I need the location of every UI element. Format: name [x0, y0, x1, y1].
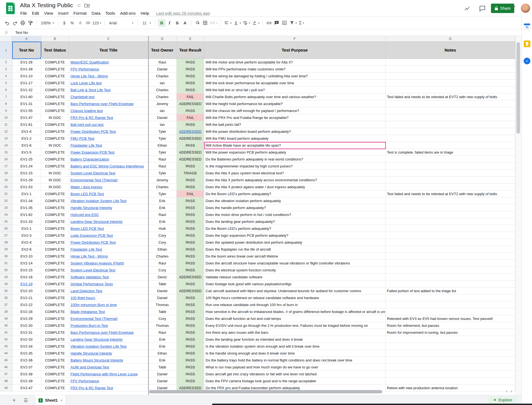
cell-test-result[interactable]: PASS	[177, 371, 204, 378]
test-title-link[interactable]: Flopdapter Life Test	[70, 247, 102, 251]
cell-test-owner[interactable]: Raul	[148, 329, 177, 336]
cell-notes[interactable]	[386, 336, 515, 343]
cell-test-no[interactable]: EV2-28	[12, 308, 41, 315]
cell-test-title[interactable]: Battery Mount Structural Integrity	[69, 357, 148, 364]
cell-test-result[interactable]: PASS	[177, 378, 204, 384]
cell-test-title[interactable]: FRX Pro & RC Range Test	[69, 114, 148, 121]
cell-test-result[interactable]: PASS	[177, 121, 204, 128]
undo-button[interactable]	[3, 19, 11, 27]
text-wrap-button[interactable]: ▾	[242, 19, 251, 27]
cell-notes[interactable]: Retest with new production antenna locat…	[386, 384, 515, 391]
cell-test-status[interactable]: COMPLETE	[41, 73, 69, 80]
cell-test-no[interactable]: EV2-29	[12, 315, 41, 322]
cell-notes[interactable]	[386, 135, 515, 142]
cell-notes[interactable]	[386, 364, 515, 371]
cell-test-no[interactable]: EV1-26	[12, 59, 41, 66]
cell-test-no[interactable]: EV1-53	[12, 184, 41, 190]
test-title-link[interactable]: 100hr minumum Burn in time	[70, 303, 117, 307]
cell-test-no[interactable]: EV2-38	[12, 371, 41, 378]
cell-notes[interactable]	[386, 253, 515, 260]
cell-test-owner[interactable]: Ian	[148, 107, 177, 114]
row-number-1[interactable]: 1	[0, 42, 12, 59]
test-result-link[interactable]: ADDRESSED	[179, 129, 202, 134]
cell-test-owner[interactable]: Cory	[148, 267, 177, 274]
cell-test-title[interactable]: Charliebolt test	[69, 93, 148, 100]
test-title-link[interactable]: Hinge Life Test - Wiring	[70, 74, 108, 78]
cell-notes[interactable]	[386, 211, 515, 218]
insert-comment-button[interactable]	[273, 19, 281, 27]
cell-test-purpose[interactable]: Every EV/DV unit must go through the 2 h…	[204, 322, 386, 329]
cell-test-no[interactable]: EV1-32	[12, 86, 41, 93]
tasks-icon[interactable]: ✓	[524, 58, 530, 64]
cell-test-purpose[interactable]: 100 flight hours combined on release can…	[204, 294, 386, 301]
cell-notes[interactable]	[386, 142, 515, 149]
test-title-link[interactable]: FRX Pro & RC Range Test	[70, 386, 113, 390]
cell-test-purpose[interactable]: Will the ball joints fail?	[204, 121, 386, 128]
row-number-48[interactable]: 48	[0, 378, 12, 384]
cell-notes[interactable]	[386, 260, 515, 267]
cell-test-result[interactable]: PASS	[177, 107, 204, 114]
cell-test-status[interactable]: COMPLETE	[41, 378, 69, 384]
cell-test-no[interactable]: EV2-10	[12, 253, 41, 260]
cell-test-owner[interactable]: Ethan	[148, 142, 177, 149]
cell-test-result[interactable]: PASS	[177, 357, 204, 364]
cell-test-title[interactable]: Landing Gear Structural Integrity	[69, 336, 148, 343]
test-title-link[interactable]: Charliebolt test	[70, 95, 95, 99]
row-number-49[interactable]: 49	[0, 384, 12, 391]
test-title-link[interactable]: Ball Link & Strut Life Test	[70, 88, 110, 92]
row-number-28[interactable]: 28	[0, 239, 12, 246]
cell-test-no[interactable]: EV1-62	[12, 211, 41, 218]
scroll-right-icon[interactable]: ›	[511, 389, 512, 393]
row-number-23[interactable]: 23	[0, 204, 12, 211]
cell-test-owner[interactable]: Raul	[148, 156, 177, 163]
cell-test-result[interactable]: PASS	[177, 281, 204, 287]
cell-test-result[interactable]: PASS	[177, 308, 204, 315]
cell-test-result[interactable]: PASS	[177, 218, 204, 225]
strikethrough-button[interactable]: S	[173, 19, 181, 27]
cell-test-result[interactable]: PASS	[177, 315, 204, 322]
row-number-24[interactable]: 24	[0, 211, 12, 218]
cell-test-purpose[interactable]: Does the updated power distribution test…	[204, 239, 386, 246]
cell-test-owner[interactable]: Ian	[148, 121, 177, 128]
menu-data[interactable]: Data	[89, 11, 103, 16]
menu-insert[interactable]: Insert	[55, 11, 71, 16]
cell-test-owner[interactable]: Erik	[148, 197, 177, 204]
test-title-link[interactable]: Power Expansion PCB Test	[70, 150, 115, 154]
cell-test-title[interactable]: System Level Electrical Test	[69, 267, 148, 274]
cell-test-title[interactable]: Environmental Test (Thermal)	[69, 177, 148, 184]
row-number-13[interactable]: 13	[0, 135, 12, 142]
cell-notes[interactable]	[386, 128, 515, 135]
cell-test-owner[interactable]: Tabb	[148, 364, 177, 371]
test-title-link[interactable]: Baro Performance over Flight Envelope	[70, 102, 134, 106]
cell-test-title[interactable]: Flopdapter Life Test	[69, 246, 148, 253]
cell-test-title[interactable]: Flopdapter Life Test	[69, 142, 148, 149]
cell-test-owner[interactable]: Charles	[148, 253, 177, 260]
cell-notes[interactable]: Room for refinement, but passes	[386, 322, 515, 329]
cell-test-purpose[interactable]: Will the height hold performance be acce…	[204, 100, 386, 107]
cell-test-owner[interactable]: Jeremy	[148, 177, 177, 184]
cell-test-owner[interactable]: Tyler	[148, 149, 177, 156]
test-title-link[interactable]: FPV Performance	[70, 379, 99, 383]
cell-test-no[interactable]: EV1-33	[12, 218, 41, 225]
paint-format-button[interactable]	[27, 19, 34, 27]
menu-view[interactable]: View	[42, 11, 55, 16]
cell-test-purpose[interactable]: Will the motor and drive perform accepta…	[204, 59, 386, 66]
cell-test-title[interactable]: Motor/ESC Qualification	[69, 59, 148, 66]
cell-test-purpose[interactable]: Will the chassis be stiff enough for pay…	[204, 107, 386, 114]
cell-test-title[interactable]: Power Distribution PCB Test	[69, 128, 148, 135]
test-title-link[interactable]: System Level Electrical Test	[70, 171, 115, 175]
cell-test-owner[interactable]: Jeremy	[148, 100, 177, 107]
fill-handle[interactable]	[39, 57, 41, 59]
test-title-link[interactable]: FMU PCB Test	[70, 136, 94, 141]
decrease-decimal-button[interactable]: .0	[76, 19, 84, 27]
row-number-26[interactable]: 26	[0, 225, 12, 232]
cell-test-title[interactable]: Vibration Isolation System Life Test	[69, 197, 148, 204]
cell-test-status[interactable]: COMPLETE	[41, 86, 69, 93]
row-number-22[interactable]: 22	[0, 197, 12, 204]
cell-test-no[interactable]: EV2-15	[12, 267, 41, 274]
cell-test-result[interactable]: ADDRESSED	[177, 287, 204, 294]
insert-link-button[interactable]	[265, 19, 273, 27]
cell-test-status[interactable]: COMPLETE	[41, 107, 69, 114]
cell-notes[interactable]	[386, 121, 515, 128]
number-format-button[interactable]: 123▾	[92, 19, 102, 27]
